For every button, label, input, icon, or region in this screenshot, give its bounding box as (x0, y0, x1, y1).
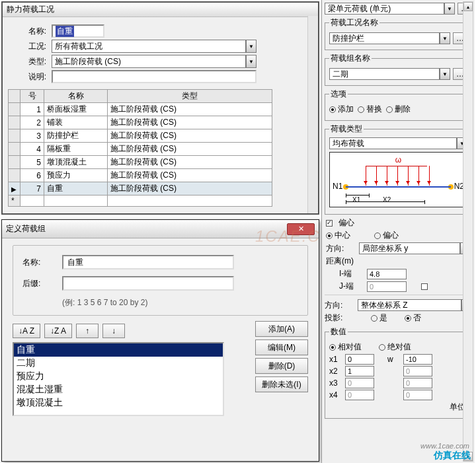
values-group: 数值 相对值 绝对值 x10 w-10 x21 0 x30 0 x40 0 单位… (325, 326, 472, 419)
dialog-title: 定义荷载组 (6, 223, 46, 234)
load-group-name-group: 荷载组名称 二期 ▼ … (325, 53, 472, 86)
load-type-group: 荷载类型 均布荷载 ▼ N1 N2 ω X1 X2 (325, 124, 472, 215)
radio-add[interactable] (329, 106, 336, 113)
move-up-button[interactable]: ↑ (76, 324, 99, 338)
define-load-group-dialog: 定义荷载组 ✕ 名称: 自重 后缀: (例: 1 3 5 6 7 to 20 b… (1, 219, 319, 462)
sort-az-button[interactable]: ↓A Z (13, 324, 40, 338)
table-row[interactable]: 1桥面板湿重施工阶段荷载 (CS) (9, 103, 272, 116)
table-row[interactable]: 6预应力施工阶段荷载 (CS) (9, 169, 272, 182)
radio-proj-yes[interactable] (371, 315, 377, 322)
label-group-name: 名称: (22, 257, 62, 268)
element-load-combo[interactable]: 梁单元荷载 (单元) (325, 3, 444, 15)
options-group: 选项 添加 替换 删除 (325, 89, 472, 121)
chevron-down-icon[interactable]: ▼ (440, 68, 450, 80)
panel1-title: 静力荷载工况 (3, 3, 318, 17)
chevron-down-icon[interactable]: ▼ (246, 55, 257, 68)
direction2-combo[interactable]: 整体坐标系 Z (358, 299, 461, 311)
col-no[interactable]: 号 (20, 90, 44, 103)
list-item[interactable]: 混凝土湿重 (14, 383, 223, 396)
load-diagram: N1 N2 ω X1 X2 (329, 152, 467, 207)
scrollbar[interactable]: ▴ ▾ (463, 1, 473, 462)
label-case: 工况: (7, 41, 46, 52)
name-input[interactable]: 自重 (52, 24, 104, 38)
label-desc: 说明: (7, 71, 46, 83)
w4-input[interactable]: 0 (403, 390, 432, 400)
radio-replace[interactable] (358, 106, 364, 113)
move-down-button[interactable]: ↓ (102, 324, 125, 338)
list-item[interactable]: 墩顶混凝土 (14, 396, 223, 410)
group-list[interactable]: 自重二期预应力混凝土湿重墩顶混凝土 (13, 342, 224, 416)
load-case-name-group: 荷载工况名称 防撞护栏 ▼ … (325, 17, 472, 50)
list-item[interactable]: 二期 (14, 357, 223, 370)
table-row[interactable]: ▶7自重施工阶段荷载 (CS) (9, 182, 272, 196)
load-type-combo[interactable]: 均布荷载 (329, 137, 457, 149)
list-item[interactable]: 自重 (14, 343, 223, 357)
col-name[interactable]: 名称 (44, 90, 108, 103)
suffix-hint: (例: 1 3 5 6 7 to 20 by 2) (62, 297, 298, 308)
x1-input[interactable]: 0 (345, 354, 374, 365)
label-name: 名称: (7, 26, 46, 37)
type-combo[interactable]: 施工阶段荷载 (CS) (52, 55, 246, 68)
jend-checkbox[interactable] (421, 283, 428, 290)
w2-input[interactable]: 0 (403, 366, 432, 376)
chevron-down-icon[interactable]: ▼ (440, 32, 450, 44)
static-load-case-panel: 静力荷载工况 名称: 自重 工况: 所有荷载工况 ▼ 类型: 施工阶段荷载 (C… (1, 1, 319, 215)
case-combo[interactable]: 所有荷载工况 (52, 40, 246, 53)
w3-input[interactable]: 0 (403, 378, 432, 388)
desc-input[interactable] (52, 70, 257, 83)
sort-za-button[interactable]: ↓Z A (44, 324, 72, 338)
label-type: 类型: (7, 56, 46, 67)
edit-button[interactable]: 编辑(M) (255, 339, 308, 355)
load-case-combo[interactable]: 防撞护栏 (329, 32, 440, 44)
x4-input[interactable]: 0 (345, 390, 374, 400)
radio-relative[interactable] (329, 344, 336, 351)
table-row[interactable]: 3防撞护栏施工阶段荷载 (CS) (9, 129, 272, 143)
i-end-input[interactable]: 4.8 (367, 269, 407, 279)
radio-center[interactable] (326, 232, 333, 239)
chevron-down-icon[interactable]: ▼ (246, 40, 257, 53)
delete-unselected-button[interactable]: 删除未选(I) (255, 376, 308, 392)
chevron-down-icon[interactable]: ▼ (444, 3, 455, 15)
list-item[interactable]: 预应力 (14, 370, 223, 383)
j-end-input[interactable]: 0 (367, 281, 407, 292)
name-input-text: 自重 (56, 26, 74, 37)
radio-delete[interactable] (386, 106, 393, 113)
delete-button[interactable]: 删除(D) (255, 358, 308, 374)
load-case-table: 号 名称 类型 1桥面板湿重施工阶段荷载 (CS)2铺装施工阶段荷载 (CS)3… (8, 89, 272, 207)
watermark: 仿真在线 (434, 450, 471, 462)
load-group-combo[interactable]: 二期 (329, 68, 440, 80)
suffix-input[interactable] (62, 276, 234, 291)
add-button[interactable]: 添加(A) (255, 321, 308, 337)
col-type[interactable]: 类型 (108, 90, 272, 103)
x2-input[interactable]: 1 (345, 366, 374, 376)
label-suffix: 后缀: (22, 278, 62, 289)
radio-absolute[interactable] (379, 344, 385, 351)
watermark-url: www.1cae.com (420, 442, 469, 450)
table-row[interactable]: 5墩顶混凝土施工阶段荷载 (CS) (9, 156, 272, 169)
w-input[interactable]: -10 (403, 354, 432, 365)
beam-element-load-panel: 梁单元荷载 (单元) ▼ … 荷载工况名称 防撞护栏 ▼ … 荷载组名称 二期 … (321, 0, 475, 463)
radio-proj-no[interactable] (405, 315, 411, 322)
radio-eccentric[interactable] (374, 232, 381, 239)
watermark-faded: 1CAE.C (255, 227, 321, 246)
eccentric-checkbox[interactable] (326, 220, 333, 227)
table-row[interactable]: 2铺装施工阶段荷载 (CS) (9, 116, 272, 129)
table-row[interactable]: 4隔板重施工阶段荷载 (CS) (9, 143, 272, 156)
direction-combo[interactable]: 局部坐标系 y (359, 242, 460, 254)
x3-input[interactable]: 0 (345, 378, 374, 388)
group-name-input[interactable]: 自重 (62, 255, 234, 269)
scrollbar[interactable] (307, 16, 318, 213)
